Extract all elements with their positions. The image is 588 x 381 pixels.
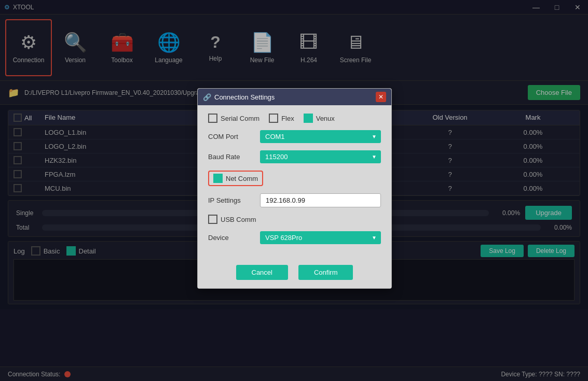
dialog-title-text: Connection Settings: [214, 93, 275, 101]
net-comm-row: Net Comm: [208, 171, 381, 186]
baud-rate-select-wrap: 115200 ▼: [260, 150, 381, 163]
flex-radio[interactable]: [269, 114, 278, 123]
ip-settings-input[interactable]: [260, 193, 381, 207]
com-port-label: COM Port: [208, 133, 255, 140]
com-port-select[interactable]: COM1: [260, 130, 381, 143]
baud-rate-select[interactable]: 115200: [260, 150, 381, 163]
confirm-button[interactable]: Confirm: [298, 265, 353, 280]
net-comm-highlight: Net Comm: [208, 171, 263, 186]
dialog-title-icon: 🔗: [203, 93, 211, 101]
baud-rate-label: Baud Rate: [208, 153, 255, 161]
usb-comm-radio[interactable]: [208, 215, 217, 224]
device-row: Device VSP 628Pro ▼: [208, 231, 381, 244]
baud-rate-row: Baud Rate 115200 ▼: [208, 150, 381, 163]
venux-option[interactable]: Venux: [304, 114, 335, 123]
device-label: Device: [208, 234, 255, 242]
serial-comm-radio[interactable]: [208, 114, 217, 123]
comm-type-row: Serial Comm Flex Venux: [208, 114, 381, 123]
device-select[interactable]: VSP 628Pro: [260, 231, 381, 244]
usb-comm-row: USB Comm: [208, 215, 381, 224]
usb-comm-option[interactable]: USB Comm: [208, 215, 256, 224]
ip-settings-row: IP Settings: [208, 193, 381, 207]
connection-dialog: 🔗 Connection Settings ✕ Serial Comm Flex…: [197, 88, 392, 289]
cancel-button[interactable]: Cancel: [236, 265, 288, 280]
dialog-footer: Cancel Confirm: [198, 260, 391, 288]
venux-radio[interactable]: [304, 114, 313, 123]
com-port-row: COM Port COM1 ▼: [208, 130, 381, 143]
usb-comm-label: USB Comm: [221, 216, 256, 223]
com-port-select-wrap: COM1 ▼: [260, 130, 381, 143]
flex-option[interactable]: Flex: [269, 114, 294, 123]
flex-label: Flex: [281, 115, 294, 122]
ip-settings-label: IP Settings: [208, 196, 255, 204]
serial-comm-label: Serial Comm: [221, 115, 259, 122]
serial-comm-option[interactable]: Serial Comm: [208, 114, 259, 123]
venux-label: Venux: [316, 115, 335, 122]
dialog-titlebar: 🔗 Connection Settings ✕: [198, 89, 391, 105]
dialog-close-button[interactable]: ✕: [376, 92, 386, 102]
device-select-wrap: VSP 628Pro ▼: [260, 231, 381, 244]
dialog-title: 🔗 Connection Settings: [203, 93, 275, 101]
dialog-body: Serial Comm Flex Venux COM Port COM1 ▼: [198, 105, 391, 260]
net-comm-radio[interactable]: [213, 174, 223, 183]
net-comm-label: Net Comm: [226, 175, 258, 182]
